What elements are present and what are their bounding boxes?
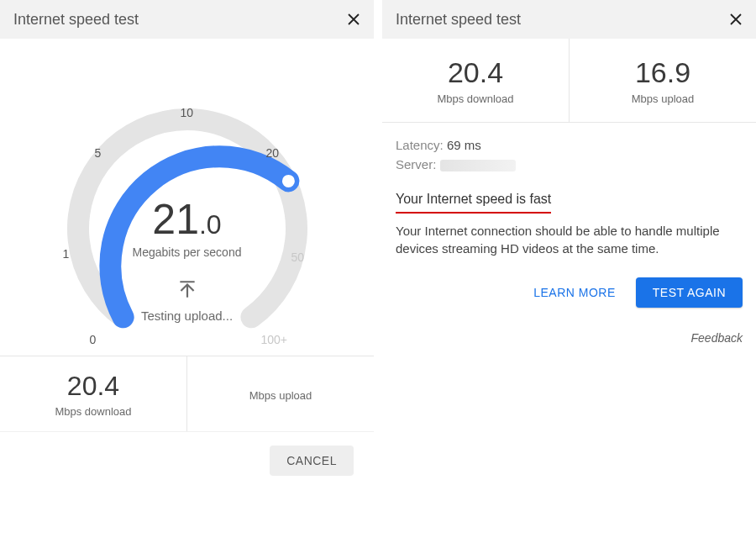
button-row: CANCEL <box>0 432 374 476</box>
result-download-label: Mbps download <box>437 92 513 105</box>
upload-status: Testing upload... <box>36 279 339 323</box>
latency-line: Latency: 69 ms <box>396 138 743 152</box>
running-stats-row: 20.4 Mbps download Mbps upload <box>0 356 374 432</box>
result-upload-stat: 16.9 Mbps upload <box>569 39 756 122</box>
gauge-tick-5: 5 <box>95 146 102 160</box>
panel-title: Internet speed test <box>13 11 342 29</box>
close-button[interactable] <box>724 8 748 31</box>
server-line: Server: <box>396 157 743 171</box>
gauge-tick-0: 0 <box>90 333 97 346</box>
result-upload-label: Mbps upload <box>632 92 694 105</box>
gauge-area: 0 1 5 10 20 50 100+ 21.0 Megabits per se… <box>0 39 374 356</box>
result-message: Your Internet connection should be able … <box>396 222 743 257</box>
cancel-button[interactable]: CANCEL <box>270 446 354 476</box>
upload-status-text: Testing upload... <box>141 309 233 323</box>
speed-test-result-panel: Internet speed test 20.4 Mbps download 1… <box>382 0 756 559</box>
gauge-tick-100: 100+ <box>261 333 288 346</box>
close-icon <box>346 12 361 27</box>
svg-point-0 <box>281 173 296 188</box>
server-label: Server: <box>396 157 436 171</box>
learn-more-link[interactable]: LEARN MORE <box>528 279 621 306</box>
result-details: Latency: 69 ms Server: Your Internet spe… <box>382 123 756 257</box>
gauge-value: 21.0 <box>36 198 339 240</box>
download-stat: 20.4 Mbps download <box>0 356 186 431</box>
server-value-redacted <box>440 160 516 171</box>
action-row: LEARN MORE TEST AGAIN <box>382 257 756 308</box>
gauge: 0 1 5 10 20 50 100+ 21.0 Megabits per se… <box>36 72 339 341</box>
result-stats-row: 20.4 Mbps download 16.9 Mbps upload <box>382 39 756 123</box>
latency-value: 69 ms <box>447 138 481 152</box>
panel-header: Internet speed test <box>0 0 374 39</box>
gauge-value-decimal: .0 <box>199 209 222 240</box>
result-upload-value: 16.9 <box>635 56 690 89</box>
close-icon <box>728 12 743 27</box>
result-headline: Your Internet speed is fast <box>396 192 551 214</box>
gauge-value-integer: 21 <box>152 196 199 243</box>
latency-label: Latency: <box>396 138 444 152</box>
upload-stat: Mbps upload <box>186 356 374 431</box>
test-again-button[interactable]: TEST AGAIN <box>636 277 743 308</box>
speed-test-running-panel: Internet speed test 0 1 5 10 20 50 100+ <box>0 0 374 559</box>
download-value: 20.4 <box>67 371 119 402</box>
gauge-tick-10: 10 <box>181 106 194 119</box>
result-download-stat: 20.4 Mbps download <box>382 39 569 122</box>
download-label: Mbps download <box>55 405 131 418</box>
gauge-unit: Megabits per second <box>36 245 339 259</box>
upload-label: Mbps upload <box>249 389 312 402</box>
result-download-value: 20.4 <box>448 56 503 89</box>
gauge-tick-20: 20 <box>266 146 280 160</box>
close-button[interactable] <box>342 8 365 31</box>
feedback-link[interactable]: Feedback <box>382 308 756 345</box>
panel-title: Internet speed test <box>396 11 724 29</box>
gauge-center: 21.0 Megabits per second Testing upload.… <box>36 198 339 323</box>
panel-header: Internet speed test <box>382 0 756 39</box>
upload-arrow-icon <box>176 279 198 303</box>
